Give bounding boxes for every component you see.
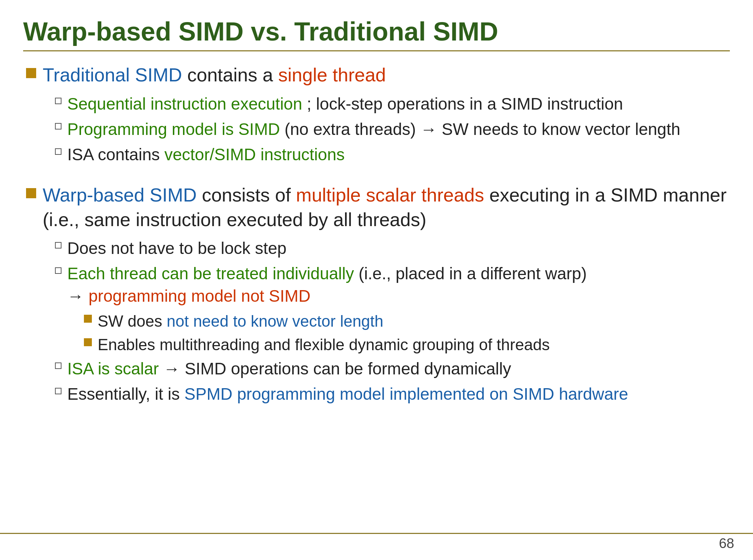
bullet-each-thread-text: Each thread can be treated individually …: [67, 262, 587, 307]
vector-simd-instructions-label: vector/SIMD instructions: [165, 145, 345, 164]
isa-scalar-suffix: → SIMD operations can be formed dynamica…: [163, 359, 511, 378]
bullet-lock-step-text: Does not have to be lock step: [67, 237, 286, 259]
essentially-label: Essentially, it is: [67, 385, 184, 403]
bullet-essentially-text: Essentially, it is SPMD programming mode…: [67, 383, 628, 405]
slide-content: Traditional SIMD contains a single threa…: [23, 63, 730, 405]
bullet-lock-step: Does not have to be lock step: [55, 237, 730, 259]
bullet-programming-text: Programming model is SIMD (no extra thre…: [67, 118, 680, 140]
slide-title: Warp-based SIMD vs. Traditional SIMD: [23, 17, 730, 46]
bullet-l1-marker-2: [26, 188, 36, 198]
bullet-isa-scalar-text: ISA is scalar → SIMD operations can be f…: [67, 357, 511, 380]
bullet-sw-not-need: SW does not need to know vector length: [84, 310, 730, 332]
bullet-l2-marker-2: [55, 123, 61, 130]
bullet-l2-marker-5: [55, 267, 61, 274]
page-number: 68: [719, 536, 734, 551]
bullet-l2-marker-1: [55, 98, 61, 104]
bullet-l2-marker-4: [55, 242, 61, 249]
title-divider: [23, 50, 730, 51]
programming-not-simd-label: programming model not SIMD: [89, 287, 311, 305]
sequential-suffix: ; lock-step operations in a SIMD instruc…: [307, 94, 623, 113]
bullet-l2-marker-6: [55, 362, 61, 369]
spmd-label: SPMD programming model implemented on SI…: [184, 385, 628, 403]
each-thread-label: Each thread can be treated individually: [67, 264, 354, 283]
lock-step-label: Does not have to be lock step: [67, 239, 286, 258]
bullet-sequential: Sequential instruction execution ; lock-…: [55, 93, 730, 115]
bullet-l2-marker-7: [55, 388, 61, 394]
enables-label: Enables multithreading and flexible dyna…: [98, 336, 550, 353]
bullet-l2-marker-3: [55, 148, 61, 155]
sequential-label: Sequential instruction execution: [67, 94, 302, 113]
programming-model-suffix: (no extra threads) → SW needs to know ve…: [285, 120, 680, 139]
traditional-contains: contains a: [187, 64, 278, 85]
bullet-sequential-text: Sequential instruction execution ; lock-…: [67, 93, 623, 115]
bullet-warp-text: Warp-based SIMD consists of multiple sca…: [43, 183, 730, 232]
bullet-isa-scalar: ISA is scalar → SIMD operations can be f…: [55, 357, 730, 380]
bullet-enables-text: Enables multithreading and flexible dyna…: [98, 334, 550, 355]
bullet-isa-vector-text: ISA contains vector/SIMD instructions: [67, 143, 345, 166]
section-spacer: [26, 169, 730, 183]
not-need-vector-label: not need to know vector length: [167, 312, 383, 330]
programming-model-label: Programming model is SIMD: [67, 120, 280, 139]
warp-consists: consists of: [202, 184, 296, 205]
bullet-isa-vector: ISA contains vector/SIMD instructions: [55, 143, 730, 166]
bottom-divider: [0, 533, 753, 534]
bullet-sw-not-need-text: SW does not need to know vector length: [98, 310, 383, 332]
warp-simd-label: Warp-based SIMD: [43, 184, 197, 205]
bullet-enables: Enables multithreading and flexible dyna…: [84, 334, 730, 355]
bullet-traditional: Traditional SIMD contains a single threa…: [26, 63, 730, 88]
traditional-simd-label: Traditional SIMD: [43, 64, 182, 85]
sw-does-label: SW does: [98, 312, 167, 330]
single-thread-label: single thread: [278, 64, 386, 85]
bullet-essentially: Essentially, it is SPMD programming mode…: [55, 383, 730, 405]
bullet-l1-marker: [26, 68, 36, 78]
slide-container: Warp-based SIMD vs. Traditional SIMD Tra…: [0, 0, 753, 560]
multiple-scalar-threads-label: multiple scalar threads: [296, 184, 484, 205]
bullet-l3-marker-1: [84, 315, 92, 323]
isa-scalar-label: ISA is scalar: [67, 359, 159, 378]
isa-contains-label: ISA contains: [67, 145, 165, 164]
bullet-l3-marker-2: [84, 338, 92, 346]
arrow-label: →: [67, 287, 89, 305]
bullet-traditional-text: Traditional SIMD contains a single threa…: [43, 63, 386, 88]
bullet-programming-model: Programming model is SIMD (no extra thre…: [55, 118, 730, 140]
bullet-each-thread: Each thread can be treated individually …: [55, 262, 730, 307]
bullet-warp: Warp-based SIMD consists of multiple sca…: [26, 183, 730, 232]
each-thread-suffix: (i.e., placed in a different warp): [359, 264, 587, 283]
